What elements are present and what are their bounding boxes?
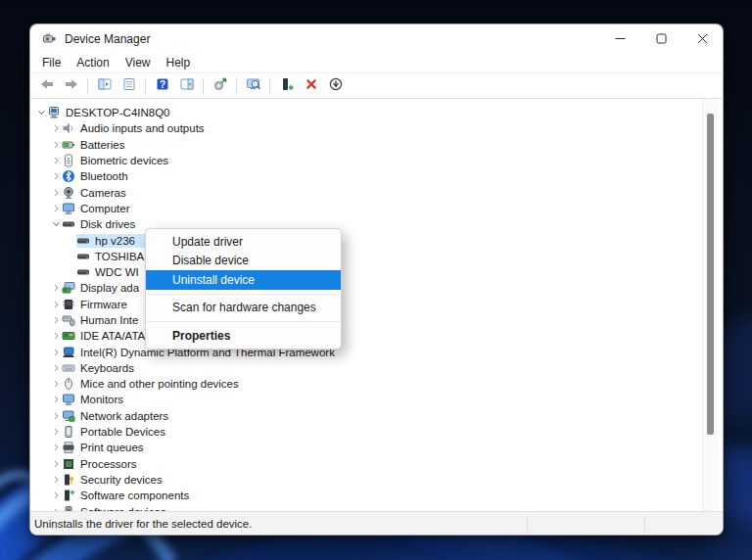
menu-view[interactable]: View [118, 55, 159, 70]
network-adapter-icon [62, 409, 75, 423]
maximize-button[interactable] [640, 24, 682, 53]
tree-item-display-ada[interactable]: Display ada [30, 280, 723, 296]
chevron-right-icon[interactable] [51, 425, 62, 439]
tree-item-firmware[interactable]: Firmware [30, 297, 723, 312]
toolbar-separator [269, 78, 270, 94]
chevron-right-icon[interactable] [51, 473, 62, 487]
tree-item-biometric-devices[interactable]: Biometric devices [30, 153, 723, 168]
tree-item-toshiba[interactable]: TOSHIBA [30, 249, 723, 264]
tree-item-software-components[interactable]: Software components [30, 488, 723, 503]
menu-item-update-driver[interactable]: Update driver [146, 232, 341, 252]
menu-action[interactable]: Action [69, 55, 117, 70]
printer-icon [62, 441, 75, 454]
tree-item-label: IDE ATA/ATA [80, 329, 145, 343]
chevron-right-icon[interactable] [51, 329, 62, 343]
context-menu-separator [147, 321, 340, 322]
chevron-right-icon[interactable] [51, 361, 62, 375]
toolbar-button-scan-hardware[interactable] [242, 75, 264, 96]
minimize-button[interactable] [599, 24, 640, 53]
chevron-right-icon[interactable] [51, 457, 62, 471]
tree-item-processors[interactable]: Processors [30, 456, 723, 472]
toolbar-button-back[interactable] [35, 75, 58, 96]
tree-item-computer[interactable]: Computer [30, 201, 723, 216]
chevron-right-icon[interactable] [51, 169, 62, 183]
chevron-right-icon[interactable] [51, 138, 62, 152]
tree-item-portable-devices[interactable]: Portable Devices [30, 424, 723, 440]
chevron-right-icon[interactable] [51, 121, 62, 135]
toolbar-button-action-pane[interactable] [175, 75, 198, 96]
chevron-right-icon[interactable] [51, 377, 62, 391]
chevron-down-icon[interactable] [36, 106, 47, 119]
chevron-right-icon[interactable] [51, 441, 62, 454]
monitor-icon [62, 202, 75, 215]
chevron-right-icon[interactable] [51, 202, 62, 215]
tree-item-cameras[interactable]: Cameras [30, 184, 723, 200]
tree-item-label: Display ada [80, 281, 139, 295]
tree-item-desktop-c4in8q0[interactable]: DESKTOP-C4IN8Q0 [30, 105, 723, 120]
tree-item-network-adapters[interactable]: Network adapters [30, 408, 723, 424]
tree-item-disk-drives[interactable]: Disk drives [30, 216, 723, 232]
tree-item-hp-v236[interactable]: hp v236 [30, 232, 723, 248]
toolbar-button-forward[interactable] [60, 75, 82, 96]
menu-item-uninstall-device[interactable]: Uninstall device [146, 270, 341, 290]
tree-item-security-devices[interactable]: Security devices [30, 472, 723, 488]
tree-item-batteries[interactable]: Batteries [30, 137, 723, 153]
chevron-right-icon[interactable] [51, 298, 62, 311]
tree-item-ide-ata-ata[interactable]: IDE ATA/ATA [30, 328, 723, 344]
toolbar-button-properties-list[interactable] [118, 75, 140, 96]
menu-item-label: Properties [172, 329, 230, 343]
menu-item-properties[interactable]: Properties [146, 326, 341, 346]
tree-item-label: Security devices [80, 473, 163, 487]
chevron-down-icon[interactable] [51, 217, 62, 231]
tree-item-keyboards[interactable]: Keyboards [30, 360, 723, 376]
close-button[interactable] [682, 24, 723, 53]
display-adapter-icon [62, 281, 75, 295]
scrollbar-thumb[interactable] [707, 114, 714, 435]
title-bar[interactable]: Device Manager [30, 24, 723, 53]
toolbar-button-show-console-tree[interactable] [93, 75, 116, 96]
chevron-right-icon[interactable] [51, 409, 62, 423]
toolbar-button-add-driver[interactable] [275, 75, 298, 96]
tree-item-label: Mice and other pointing devices [80, 377, 239, 391]
chevron-right-icon[interactable] [51, 154, 62, 167]
mouse-icon [62, 377, 75, 391]
menu-file[interactable]: File [34, 55, 69, 70]
tree-item-label: WDC WI [95, 265, 139, 279]
tree-item-bluetooth[interactable]: Bluetooth [30, 168, 723, 184]
chevron-placeholder [66, 234, 76, 248]
menu-help[interactable]: Help [159, 55, 199, 70]
tree-item-label: Processors [80, 457, 137, 471]
tree-item-intel-r-dynamic-platform-and-thermal-framework[interactable]: Intel(R) Dynamic Platform and Thermal Fr… [30, 344, 723, 359]
chevron-right-icon[interactable] [51, 281, 62, 295]
chevron-right-icon[interactable] [51, 346, 62, 359]
tree-item-audio-inputs-and-outputs[interactable]: Audio inputs and outputs [30, 120, 723, 136]
chevron-right-icon[interactable] [51, 489, 62, 502]
chevron-right-icon[interactable] [51, 313, 62, 327]
chevron-placeholder [66, 250, 76, 263]
menu-item-label: Scan for hardware changes [172, 301, 316, 314]
toolbar-button-disable-device[interactable] [324, 75, 347, 96]
disk-icon [76, 250, 90, 263]
context-menu: Update driverDisable deviceUninstall dev… [145, 228, 342, 350]
tree-item-human-inte[interactable]: Human Inte [30, 312, 723, 328]
toolbar-button-uninstall-red-x[interactable] [300, 75, 322, 96]
chevron-right-icon[interactable] [51, 186, 62, 200]
tree-item-software-devices[interactable]: Software devices [30, 503, 723, 511]
uninstall-red-x-icon [304, 76, 319, 96]
platform-icon [62, 346, 75, 359]
scrollbar-track[interactable] [702, 99, 718, 511]
tree-item-monitors[interactable]: Monitors [30, 392, 723, 407]
properties-list-icon [121, 76, 137, 96]
menu-item-scan-for-hardware-changes[interactable]: Scan for hardware changes [146, 299, 341, 318]
firmware-chip-icon [62, 298, 75, 311]
tree-item-print-queues[interactable]: Print queues [30, 440, 723, 455]
toolbar-button-help[interactable]: ? [151, 75, 173, 96]
chevron-right-icon[interactable] [51, 393, 62, 406]
toolbar-button-update-driver[interactable] [209, 75, 231, 96]
menu-item-disable-device[interactable]: Disable device [146, 252, 341, 271]
tree-item-mice-and-other-pointing-devices[interactable]: Mice and other pointing devices [30, 376, 723, 392]
tree-item-label: Firmware [80, 298, 127, 311]
tree-item-wdc-wi[interactable]: WDC WI [30, 264, 723, 280]
chevron-placeholder [66, 265, 76, 279]
toolbar-separator [236, 78, 237, 94]
